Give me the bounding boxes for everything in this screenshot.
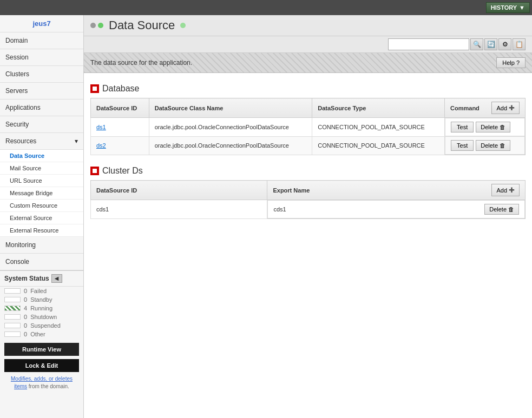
delete-icon-2: 🗑 xyxy=(500,142,505,149)
top-bar: HISTORY ▼ xyxy=(0,0,532,15)
sidebar-item-domain[interactable]: Domain xyxy=(0,32,83,49)
ds2-test-button[interactable]: Test xyxy=(451,140,474,151)
sidebar-sub-external-source[interactable]: External Source xyxy=(0,212,83,224)
dot-green xyxy=(98,23,103,28)
history-arrow: ▼ xyxy=(519,4,525,11)
ds2-delete-button[interactable]: Delete 🗑 xyxy=(476,140,510,151)
system-status-title: System Status xyxy=(4,275,49,282)
db-col-command: Command Add ✚ xyxy=(445,98,526,118)
status-label-standby: Standby xyxy=(30,296,52,303)
cluster-add-button[interactable]: Add ✚ xyxy=(491,184,520,196)
page-title-area: Data Source xyxy=(90,18,186,32)
sidebar-sub-external-resource[interactable]: External Resource xyxy=(0,224,83,237)
system-status-header: System Status ◀ xyxy=(0,270,83,287)
history-label: HISTORY xyxy=(491,4,517,11)
dot-gray xyxy=(90,23,96,28)
status-bar-running xyxy=(4,306,21,311)
cds-delete-icon: 🗑 xyxy=(508,206,514,213)
status-count-shutdown: 0 xyxy=(24,314,27,320)
status-row-shutdown: 0 Shutdown xyxy=(0,313,83,321)
status-count-standby: 0 xyxy=(24,296,27,303)
sidebar-sub-message-bridge[interactable]: Message Bridge xyxy=(0,187,83,200)
ds1-test-button[interactable]: Test xyxy=(451,122,474,132)
status-bar-failed xyxy=(4,288,21,294)
sidebar-item-resources[interactable]: Resources ▾ xyxy=(0,133,83,150)
runtime-view-button[interactable]: Runtime View xyxy=(4,343,79,356)
content-header: Data Source xyxy=(84,15,532,36)
status-bar-suspended xyxy=(4,323,21,328)
search-input[interactable] xyxy=(388,38,469,50)
history-button[interactable]: HISTORY ▼ xyxy=(486,2,530,13)
db-col-type: DataSource Type xyxy=(312,98,445,118)
sidebar-sub-mail-source[interactable]: Mail Source xyxy=(0,162,83,175)
status-row-failed: 0 Failed xyxy=(0,287,83,295)
status-row-suspended: 0 Suspended xyxy=(0,321,83,330)
dot-lightgreen xyxy=(180,23,186,28)
sidebar-sub-data-source[interactable]: Data Source xyxy=(0,150,83,162)
cds1-export: cds1 Delete 🗑 xyxy=(267,200,525,218)
add-icon: ✚ xyxy=(509,104,515,112)
status-label-running: Running xyxy=(30,305,52,311)
toolbar: 🔍 🔄 ⚙ 📋 xyxy=(84,36,532,53)
ds1-id-link[interactable]: ds1 xyxy=(96,124,106,130)
status-bar-standby xyxy=(4,297,21,302)
table-row: ds2 oracle.jdbc.pool.OracleConnectionPoo… xyxy=(91,136,526,155)
database-add-button[interactable]: Add ✚ xyxy=(491,102,520,114)
lock-edit-button[interactable]: Lock & Edit xyxy=(4,359,79,372)
database-table: DataSource ID DataSource Class Name Data… xyxy=(90,98,526,155)
status-count-running: 4 xyxy=(24,305,27,311)
delete-icon: 🗑 xyxy=(500,124,505,130)
help-label: Help xyxy=(502,59,515,66)
table-row: ds1 oracle.jdbc.pool.OracleConnectionPoo… xyxy=(91,118,526,137)
sidebar-bottom-text: Modifies, adds, or deletes items from th… xyxy=(4,375,79,390)
page-title: Data Source xyxy=(109,18,175,32)
status-row-standby: 0 Standby xyxy=(0,295,83,304)
ds1-type: CONNECTION_POOL_DATA_SOURCE xyxy=(312,118,445,137)
username[interactable]: jeus7 xyxy=(0,15,83,32)
cluster-icon-inner xyxy=(93,169,97,173)
sidebar-item-applications[interactable]: Applications xyxy=(0,99,83,116)
system-status-toggle[interactable]: ◀ xyxy=(51,274,62,283)
sidebar-sub-url-source[interactable]: URL Source xyxy=(0,175,83,187)
sidebar-item-clusters[interactable]: Clusters xyxy=(0,66,83,83)
ds1-class: oracle.jdbc.pool.OracleConnectionPoolDat… xyxy=(149,118,312,137)
sidebar-item-servers[interactable]: Servers xyxy=(0,83,83,99)
cluster-section-title: Cluster Ds xyxy=(102,166,143,176)
db-col-id: DataSource ID xyxy=(91,98,149,118)
cds-col-export: Export Name Add ✚ xyxy=(267,181,526,200)
help-button[interactable]: Help ? xyxy=(496,57,526,68)
cds1-id: cds1 xyxy=(91,200,267,219)
status-label-shutdown: Shutdown xyxy=(30,314,57,320)
db-col-class: DataSource Class Name xyxy=(149,98,312,118)
ds1-delete-button[interactable]: Delete 🗑 xyxy=(476,122,510,132)
ds2-command: Test Delete 🗑 xyxy=(445,136,525,155)
sidebar-item-session[interactable]: Session xyxy=(0,49,83,66)
status-row-other: 0 Other xyxy=(0,330,83,339)
cds1-delete-button[interactable]: Delete 🗑 xyxy=(484,204,519,215)
cluster-table: DataSource ID Export Name Add ✚ xyxy=(90,180,526,219)
sidebar-item-console[interactable]: Console xyxy=(0,254,83,270)
search-button[interactable]: 🔍 xyxy=(470,38,483,50)
main-layout: jeus7 Domain Session Clusters Servers Ap… xyxy=(0,15,532,418)
resources-arrow: ▾ xyxy=(75,137,78,145)
status-bar-shutdown xyxy=(4,314,21,320)
database-section-header: Database xyxy=(90,84,526,94)
sidebar-item-monitoring[interactable]: Monitoring xyxy=(0,237,83,254)
ds2-class: oracle.jdbc.pool.OracleConnectionPoolDat… xyxy=(149,136,312,155)
sidebar-sub-custom-resource[interactable]: Custom Resource xyxy=(0,200,83,212)
sidebar-bottom: Runtime View Lock & Edit Modifies, adds,… xyxy=(0,339,83,395)
export-button[interactable]: 📋 xyxy=(513,38,526,50)
status-row-running: 4 Running xyxy=(0,304,83,313)
table-row: cds1 cds1 Delete 🗑 xyxy=(91,200,526,219)
database-section-title: Database xyxy=(102,84,140,94)
ds1-command: Test Delete 🗑 xyxy=(445,118,525,136)
sidebar-item-security[interactable]: Security xyxy=(0,116,83,133)
resources-label: Resources xyxy=(5,137,36,145)
status-label-failed: Failed xyxy=(30,288,47,294)
status-bar-other xyxy=(4,331,21,337)
refresh-button[interactable]: 🔄 xyxy=(484,38,497,50)
cds-col-id: DataSource ID xyxy=(91,181,267,200)
settings-button[interactable]: ⚙ xyxy=(498,38,511,50)
database-icon xyxy=(90,84,99,93)
ds2-id-link[interactable]: ds2 xyxy=(96,142,106,149)
